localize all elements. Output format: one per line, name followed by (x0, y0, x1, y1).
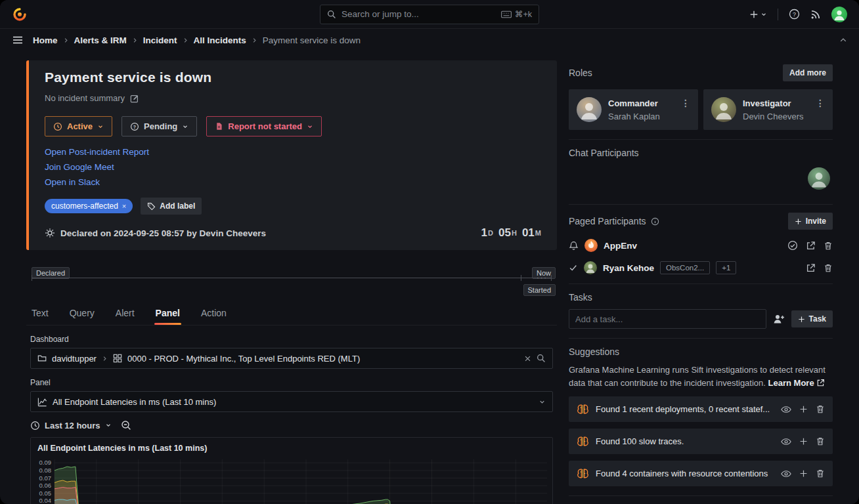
preview-eye-icon[interactable] (781, 406, 791, 413)
suggestion-text: Found 100 slow traces. (596, 436, 684, 446)
latency-chart[interactable]: 02:0003:0004:0005:0006:0007:0008:0009:00… (31, 454, 552, 504)
svg-text:0.08: 0.08 (39, 467, 52, 474)
clock-icon (30, 421, 40, 430)
assign-user-icon[interactable] (773, 314, 785, 324)
suggestion-row-deployments[interactable]: Found 1 recent deployments, 0 recent sta… (569, 396, 833, 422)
search-icon[interactable] (537, 354, 546, 363)
add-suggestion-icon[interactable] (799, 469, 808, 478)
folder-icon (37, 354, 47, 363)
add-task-input[interactable] (569, 309, 766, 329)
add-task-button[interactable]: Task (791, 310, 833, 327)
open-post-incident-report-link[interactable]: Open Post-incident Report (45, 147, 149, 157)
collapse-header-button[interactable] (839, 36, 847, 44)
paged-participants-title: Paged Participants (569, 216, 646, 226)
severity-pending-label: Pending (144, 121, 177, 131)
time-range-picker[interactable]: Last 12 hours (30, 421, 112, 430)
chevron-right-icon (102, 356, 108, 362)
tab-query[interactable]: Query (68, 303, 96, 325)
clear-dashboard-icon[interactable] (524, 355, 531, 362)
join-google-meet-link[interactable]: Join Google Meet (45, 162, 114, 172)
edit-summary-icon[interactable] (130, 94, 139, 103)
clock-icon (53, 122, 62, 131)
trash-icon[interactable] (816, 469, 825, 478)
trash-icon[interactable] (824, 263, 833, 273)
suggestion-row-slow-traces[interactable]: Found 100 slow traces. (569, 429, 833, 454)
avatar (577, 97, 602, 122)
mega-menu-toggle-icon[interactable] (12, 34, 24, 46)
breadcrumb-all-incidents[interactable]: All Incidents (194, 35, 246, 45)
trash-icon[interactable] (824, 241, 833, 251)
tab-text[interactable]: Text (30, 303, 50, 325)
role-card-investigator[interactable]: Investigator ⋮ Devin Cheevers (703, 89, 833, 130)
add-suggestion-icon[interactable] (799, 437, 808, 446)
external-link-icon[interactable] (806, 263, 816, 273)
declared-text: Declared on 2024-09-25 08:57 by Devin Ch… (60, 228, 266, 238)
chat-participant-avatar[interactable] (808, 167, 830, 190)
role-menu-icon[interactable]: ⋮ (816, 98, 825, 108)
paged-participant-name[interactable]: AppEnv (604, 241, 637, 251)
chevron-down-icon (105, 422, 112, 429)
tab-alert[interactable]: Alert (114, 303, 136, 325)
user-avatar[interactable] (831, 7, 847, 22)
severity-dropdown-pending[interactable]: ? Pending (121, 116, 197, 136)
external-link-icon[interactable] (806, 241, 816, 251)
breadcrumb-current: Payment service is down (263, 35, 361, 45)
incident-duration: 1d 05h 01m (481, 226, 541, 240)
learn-more-link[interactable]: Learn More (768, 378, 814, 388)
add-suggestion-icon[interactable] (799, 405, 808, 413)
panel-picker[interactable]: All Endpoint Latencies in ms (Last 10 mi… (30, 391, 553, 412)
search-input[interactable] (341, 9, 496, 19)
status-active-label: Active (67, 121, 93, 131)
news-rss-button[interactable] (810, 9, 821, 20)
add-label-button[interactable]: Add label (141, 198, 202, 215)
chevron-down-icon (182, 123, 188, 130)
invite-button[interactable]: Invite (788, 213, 833, 230)
keyboard-icon (501, 10, 512, 18)
breadcrumb-alerts-irm[interactable]: Alerts & IRM (74, 35, 127, 45)
open-in-slack-link[interactable]: Open in Slack (45, 177, 100, 187)
trash-icon[interactable] (816, 436, 825, 446)
paged-row-appenv: AppEnv (569, 239, 833, 252)
breadcrumb-incident[interactable]: Incident (143, 35, 177, 45)
add-more-roles-button[interactable]: Add more (783, 64, 833, 81)
zoom-out-icon[interactable] (121, 420, 131, 430)
report-dropdown-not-started[interactable]: Report not started (206, 116, 322, 136)
add-label-text: Add label (160, 201, 195, 211)
topbar-divider (778, 9, 778, 20)
dashboard-picker[interactable]: davidtupper 0000 - PROD - Mythical Inc.,… (30, 348, 553, 369)
grafana-logo-icon[interactable] (12, 7, 28, 22)
global-search[interactable]: ⌘+k (320, 5, 539, 24)
label-customers-affected[interactable]: customers-affected × (45, 199, 133, 213)
role-card-commander[interactable]: Commander ⋮ Sarah Kaplan (569, 89, 698, 130)
tab-panel[interactable]: Panel (154, 303, 181, 325)
preview-eye-icon[interactable] (781, 438, 791, 446)
tab-action[interactable]: Action (200, 303, 228, 325)
more-escalations-pill[interactable]: +1 (716, 261, 736, 274)
new-menu-button[interactable] (749, 10, 767, 19)
chevron-down-icon (539, 398, 546, 406)
paged-participant-name[interactable]: Ryan Kehoe (603, 263, 654, 273)
incident-summary-placeholder: No incident summary (45, 93, 125, 103)
help-button[interactable]: ? (789, 9, 800, 20)
breadcrumb-home[interactable]: Home (33, 35, 58, 45)
svg-text:?: ? (793, 11, 796, 18)
role-person: Sarah Kaplan (608, 112, 690, 121)
role-label: Investigator (743, 98, 791, 108)
roles-section: Roles Add more Commander ⋮ Sarah Kaplan (569, 60, 833, 140)
timeline-tick-start (32, 275, 32, 281)
preview-eye-icon[interactable] (781, 470, 791, 478)
external-link-icon[interactable] (816, 379, 825, 387)
chevron-right-icon (63, 37, 69, 43)
suggestion-row-containers[interactable]: Found 4 containers with resource content… (569, 461, 833, 486)
role-menu-icon[interactable]: ⋮ (681, 98, 690, 108)
remove-label-icon[interactable]: × (122, 202, 126, 210)
escalation-chain-pill[interactable]: ObsCon2... (660, 261, 710, 274)
svg-text:0.05: 0.05 (39, 490, 52, 497)
incident-timeline[interactable]: Declared Now ··· Started (26, 259, 557, 297)
avatar (711, 97, 736, 122)
trash-icon[interactable] (816, 404, 825, 414)
ryan-avatar (584, 261, 597, 274)
status-dropdown-active[interactable]: Active (45, 116, 112, 136)
dashboard-grid-icon (113, 354, 122, 363)
acknowledge-check-circle-icon[interactable] (787, 240, 798, 251)
